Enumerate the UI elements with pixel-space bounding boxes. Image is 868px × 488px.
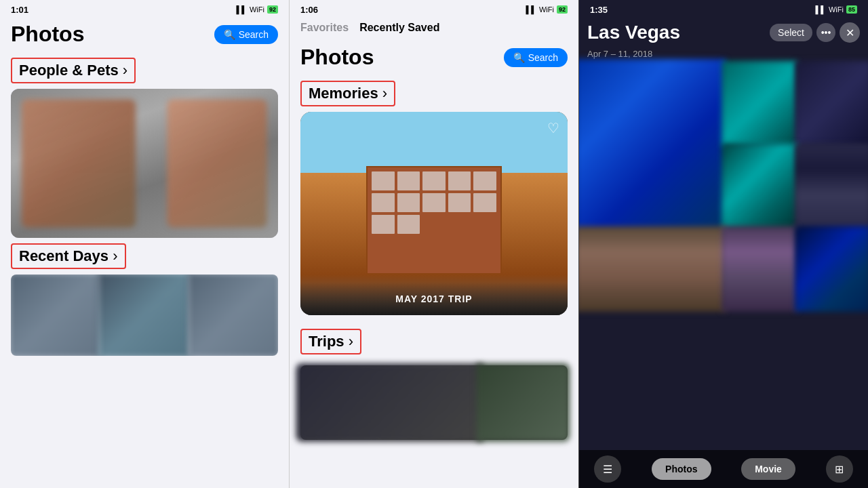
- status-bar-3: 1:35 ▌▌ WiFi 85: [579, 0, 868, 19]
- screen-2: 1:06 ▌▌ WiFi 92 Favorites Recently Saved…: [289, 0, 578, 488]
- header-2: Photos 🔍 Search: [290, 42, 578, 75]
- tab-recently-saved[interactable]: Recently Saved: [359, 19, 439, 37]
- search-label-1: Search: [239, 29, 269, 40]
- faces-image: [11, 89, 278, 238]
- time-2: 1:06: [300, 5, 318, 15]
- people-pets-text[interactable]: People & Pets: [11, 58, 136, 83]
- status-bar-2: 1:06 ▌▌ WiFi 92: [290, 0, 578, 19]
- lv-action-buttons: Select ••• ✕: [770, 22, 860, 43]
- menu-icon-button[interactable]: ☰: [594, 455, 621, 483]
- lv-photo-tr1[interactable]: [722, 61, 797, 146]
- lv-photo-mr1[interactable]: [722, 144, 797, 229]
- lv-photo-mr2[interactable]: [795, 144, 868, 229]
- trips-photo-strip: [300, 365, 568, 440]
- wifi-icon-1: WiFi: [250, 5, 264, 14]
- search-button-2[interactable]: 🔍 Search: [504, 48, 568, 67]
- status-icons-1: ▌▌ WiFi 92: [236, 5, 278, 14]
- lv-photo-bl[interactable]: [578, 226, 726, 312]
- recent-days-text[interactable]: Recent Days: [11, 243, 126, 269]
- building-windows: [366, 166, 502, 261]
- time-1: 1:01: [11, 5, 28, 15]
- lv-title: Las Vegas: [587, 22, 680, 43]
- window-10: [473, 193, 496, 212]
- recent-days-label[interactable]: Recent Days: [0, 238, 289, 274]
- lv-photo-br[interactable]: [795, 226, 868, 312]
- window-6: [372, 193, 395, 212]
- battery-2: 92: [557, 5, 568, 14]
- memories-text[interactable]: Memories: [300, 81, 395, 106]
- select-button[interactable]: Select: [770, 24, 812, 41]
- search-icon-2: 🔍: [513, 52, 525, 63]
- window-4: [448, 171, 471, 190]
- window-2: [397, 171, 420, 190]
- more-button[interactable]: •••: [816, 23, 835, 42]
- photos-tab-button[interactable]: Photos: [652, 458, 711, 480]
- trips-photo-right: [476, 363, 570, 442]
- window-7: [397, 193, 420, 212]
- tab-bar-2: Favorites Recently Saved: [290, 19, 578, 37]
- trips-text[interactable]: Trips: [300, 329, 361, 354]
- window-12: [397, 215, 420, 234]
- battery-3: 85: [846, 5, 857, 14]
- people-pets-photo: [11, 89, 278, 238]
- screen-3: 1:35 ▌▌ WiFi 85 Las Vegas Select ••• ✕ A…: [578, 0, 868, 488]
- heart-icon[interactable]: ♡: [547, 120, 559, 136]
- tab-favorites[interactable]: Favorites: [300, 19, 349, 37]
- memories-card-label: MAY 2017 TRIP: [300, 283, 568, 315]
- window-8: [422, 193, 446, 212]
- recent-days-photos: [11, 274, 278, 356]
- page-title-1: Photos: [11, 22, 84, 47]
- wifi-icon-2: WiFi: [539, 5, 554, 14]
- recent-thumb-2: [98, 274, 191, 356]
- header-1: Photos 🔍 Search: [0, 19, 289, 52]
- lv-photo-tr2[interactable]: [795, 61, 868, 146]
- recent-thumb-1: [11, 274, 101, 356]
- memories-card-text: MAY 2017 TRIP: [395, 293, 472, 304]
- window-3: [422, 171, 446, 190]
- lv-header: Las Vegas Select ••• ✕: [579, 19, 868, 49]
- window-11: [372, 215, 395, 234]
- memories-card[interactable]: ♡ MAY 2017 TRIP: [300, 112, 568, 315]
- signal-icon-3: ▌▌: [815, 5, 826, 14]
- memories-label-container[interactable]: Memories: [290, 75, 578, 112]
- trips-label-container[interactable]: Trips: [290, 323, 578, 360]
- lv-photo-main[interactable]: [578, 59, 726, 231]
- status-icons-2: ▌▌ WiFi 92: [526, 5, 568, 14]
- close-button[interactable]: ✕: [840, 22, 860, 43]
- status-icons-3: ▌▌ WiFi 85: [815, 5, 857, 14]
- wifi-icon-3: WiFi: [829, 5, 844, 14]
- signal-icon-1: ▌▌: [236, 5, 247, 14]
- time-3: 1:35: [590, 5, 608, 15]
- face-left: [22, 100, 136, 228]
- window-9: [448, 193, 471, 212]
- lv-date-range: Apr 7 – 11, 2018: [579, 49, 868, 59]
- lv-toolbar: ☰ Photos Movie ⊞: [579, 450, 868, 488]
- trips-photo-left: [296, 363, 483, 442]
- page-title-2: Photos: [300, 45, 374, 70]
- search-button-1[interactable]: 🔍 Search: [214, 25, 278, 44]
- search-icon-1: 🔍: [224, 29, 235, 40]
- movie-tab-button[interactable]: Movie: [741, 458, 795, 480]
- recent-thumb-3: [188, 274, 278, 356]
- signal-icon-2: ▌▌: [526, 5, 536, 14]
- people-pets-label[interactable]: People & Pets: [0, 52, 289, 89]
- window-1: [372, 171, 395, 190]
- memories-image: ♡ MAY 2017 TRIP: [300, 112, 568, 315]
- face-right: [167, 100, 267, 228]
- status-bar-1: 1:01 ▌▌ WiFi 92: [0, 0, 289, 19]
- lv-photo-grid: [579, 63, 868, 311]
- screen-1: 1:01 ▌▌ WiFi 92 Photos 🔍 Search People &…: [0, 0, 289, 488]
- lv-photo-bm[interactable]: [722, 226, 797, 312]
- battery-1: 92: [267, 5, 278, 14]
- search-label-2: Search: [528, 52, 558, 63]
- grid-icon-button[interactable]: ⊞: [826, 455, 853, 483]
- window-5: [473, 171, 496, 190]
